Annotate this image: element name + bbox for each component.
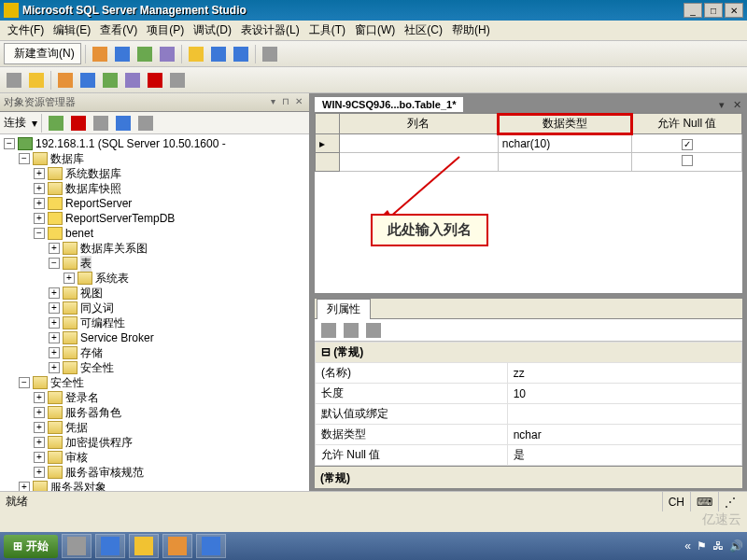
menu-file[interactable]: 文件(F) <box>4 21 48 40</box>
props-page-button[interactable] <box>363 320 384 341</box>
prop-value[interactable]: 是 <box>507 445 741 466</box>
cell-colname[interactable] <box>340 153 499 172</box>
serverobjects-node[interactable]: +服务器对象 <box>0 480 309 491</box>
prop-value[interactable] <box>507 404 741 425</box>
connect-button[interactable] <box>46 113 66 133</box>
start-button[interactable]: ⊞ 开始 <box>4 535 58 558</box>
db-engine-query-button[interactable] <box>90 44 110 64</box>
stop-button[interactable] <box>91 113 111 133</box>
relationships-button[interactable] <box>55 70 76 91</box>
activity-button[interactable] <box>260 44 280 64</box>
logins-node[interactable]: +登录名 <box>0 390 309 405</box>
checkbox-icon[interactable] <box>682 139 693 150</box>
header-colname[interactable]: 列名 <box>340 114 499 134</box>
open-button[interactable] <box>186 44 206 64</box>
tray-expand-icon[interactable]: « <box>684 539 691 553</box>
task-server-manager[interactable] <box>62 534 92 558</box>
task-other[interactable] <box>196 534 226 558</box>
column-grid[interactable]: 列名 数据类型 允许 Null 值 ▸ nchar(10) <box>314 112 743 294</box>
table-row[interactable]: ▸ nchar(10) <box>316 134 742 153</box>
set-pk-button[interactable] <box>26 70 47 91</box>
refresh-button[interactable] <box>113 113 134 133</box>
task-ssms[interactable] <box>162 534 192 558</box>
fulltext-button[interactable] <box>100 70 120 91</box>
generate-script-button[interactable] <box>4 70 24 91</box>
collapse-icon[interactable]: ⊟ <box>321 345 331 358</box>
menu-project[interactable]: 项目(P) <box>143 21 188 40</box>
status-lang[interactable]: CH <box>662 492 690 511</box>
table-row[interactable] <box>316 153 742 172</box>
props-tab[interactable]: 列属性 <box>317 299 371 319</box>
system-tray[interactable]: « ⚑ 🖧 🔊 <box>684 539 743 553</box>
close-panel-icon[interactable]: ✕ <box>292 96 305 109</box>
saveall-button[interactable] <box>231 44 251 64</box>
reportservertemp-node[interactable]: +ReportServerTempDB <box>0 211 309 226</box>
row-selector[interactable]: ▸ <box>316 134 340 153</box>
table-tab[interactable]: WIN-9CSQ9J6...bo.Table_1* <box>314 96 464 112</box>
tables-node[interactable]: −表 <box>0 256 309 271</box>
header-allownull[interactable]: 允许 Null 值 <box>632 114 742 134</box>
mdx-button[interactable] <box>134 44 155 64</box>
security-db-node[interactable]: +安全性 <box>0 360 309 375</box>
property-grid[interactable]: ⊟ (常规) (名称)zz 长度10 默认值或绑定 数据类型nchar 允许 N… <box>315 342 742 466</box>
connect-label[interactable]: 连接 <box>4 115 26 131</box>
cell-allownull[interactable] <box>632 134 742 153</box>
tray-flag-icon[interactable]: ⚑ <box>697 539 707 553</box>
maximize-button[interactable]: □ <box>704 3 723 18</box>
credentials-node[interactable]: +凭据 <box>0 420 309 435</box>
status-ime-icon[interactable]: ⌨ <box>690 492 718 511</box>
security-node[interactable]: −安全性 <box>0 375 309 390</box>
sysdbs-node[interactable]: +系统数据库 <box>0 166 309 181</box>
tab-close-icon[interactable]: ✕ <box>730 99 743 112</box>
categorized-button[interactable] <box>318 320 339 341</box>
menu-community[interactable]: 社区(C) <box>401 21 446 40</box>
minimize-button[interactable]: _ <box>684 3 702 18</box>
views-node[interactable]: +视图 <box>0 286 309 301</box>
cell-datatype[interactable] <box>498 153 632 172</box>
save-button[interactable] <box>208 44 229 64</box>
task-powershell[interactable] <box>95 534 125 558</box>
task-explorer[interactable] <box>129 534 159 558</box>
tab-dropdown-icon[interactable]: ▾ <box>715 99 728 112</box>
diagrams-node[interactable]: +数据库关系图 <box>0 241 309 256</box>
prop-value[interactable]: nchar <box>507 425 741 445</box>
analysis-button[interactable] <box>112 44 133 64</box>
server-node[interactable]: −192.168.1.1 (SQL Server 10.50.1600 - <box>0 136 309 151</box>
menu-debug[interactable]: 调试(D) <box>190 21 235 40</box>
checkbox-icon[interactable] <box>682 155 693 166</box>
pin-icon[interactable]: ⊓ <box>279 96 292 109</box>
dmx-button[interactable] <box>157 44 177 64</box>
systables-node[interactable]: +系统表 <box>0 271 309 286</box>
filter-button[interactable] <box>135 113 156 133</box>
auditspecs-node[interactable]: +服务器审核规范 <box>0 465 309 480</box>
cell-allownull[interactable] <box>632 153 742 172</box>
disconnect-button[interactable] <box>68 113 89 133</box>
databases-node[interactable]: −数据库 <box>0 151 309 166</box>
alphabetical-button[interactable] <box>341 320 361 341</box>
menu-help[interactable]: 帮助(H) <box>448 21 494 40</box>
servicebroker-node[interactable]: +Service Broker <box>0 330 309 345</box>
menu-view[interactable]: 查看(V) <box>96 21 141 40</box>
prop-value[interactable]: 10 <box>507 384 741 404</box>
programmability-node[interactable]: +可编程性 <box>0 315 309 330</box>
spatial-button[interactable] <box>167 70 188 91</box>
new-query-button[interactable]: 新建查询(N) <box>4 43 81 64</box>
synonyms-node[interactable]: +同义词 <box>0 301 309 315</box>
serverroles-node[interactable]: +服务器角色 <box>0 405 309 420</box>
reportserver-node[interactable]: +ReportServer <box>0 196 309 211</box>
menu-designer[interactable]: 表设计器(L) <box>237 21 303 40</box>
tray-network-icon[interactable]: 🖧 <box>712 539 724 553</box>
dropdown-icon[interactable]: ▾ <box>32 117 37 130</box>
check-button[interactable] <box>145 70 165 91</box>
cell-datatype[interactable]: nchar(10) <box>498 134 632 153</box>
audits-node[interactable]: +审核 <box>0 450 309 465</box>
benet-node[interactable]: −benet <box>0 226 309 241</box>
prop-value[interactable]: zz <box>507 363 741 384</box>
header-datatype[interactable]: 数据类型 <box>498 114 632 134</box>
menu-window[interactable]: 窗口(W) <box>351 21 399 40</box>
cryptoproviders-node[interactable]: +加密提供程序 <box>0 435 309 450</box>
menu-tools[interactable]: 工具(T) <box>305 21 349 40</box>
tray-volume-icon[interactable]: 🔊 <box>729 539 743 553</box>
row-selector[interactable] <box>316 153 340 172</box>
tree-view[interactable]: −192.168.1.1 (SQL Server 10.50.1600 - −数… <box>0 134 309 491</box>
